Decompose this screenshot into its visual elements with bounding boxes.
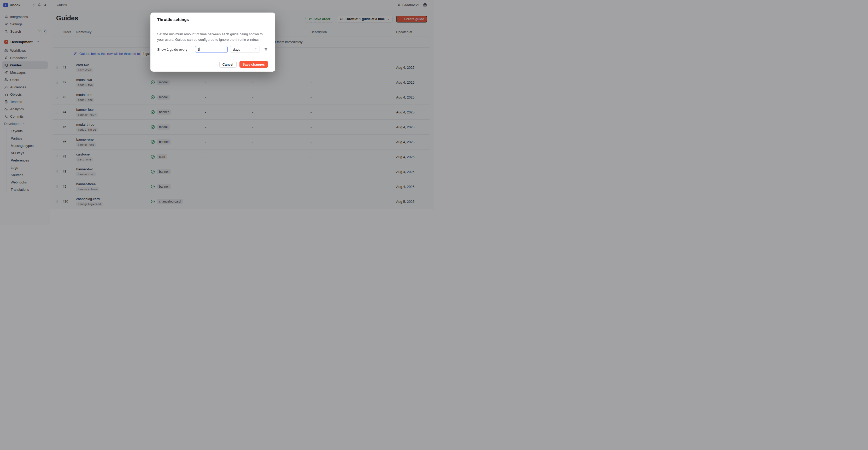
throttle-amount-value: 1 xyxy=(197,48,199,52)
modal-title: Throttle settings xyxy=(157,17,269,22)
delete-throttle-icon[interactable] xyxy=(264,48,268,52)
cancel-button[interactable]: Cancel xyxy=(219,61,237,68)
modal-description: Set the minimum amount of time between e… xyxy=(157,32,269,42)
throttle-field-label: Show 1 guide every xyxy=(157,48,195,52)
stepper-chevrons-icon xyxy=(254,48,257,51)
throttle-unit-value: days xyxy=(233,48,240,52)
throttle-amount-input[interactable]: 1 xyxy=(195,46,228,53)
text-caret xyxy=(199,48,200,51)
throttle-settings-modal: Throttle settings Set the minimum amount… xyxy=(150,12,275,72)
throttle-unit-select[interactable]: days xyxy=(230,46,260,53)
save-changes-button[interactable]: Save changes xyxy=(240,61,268,68)
